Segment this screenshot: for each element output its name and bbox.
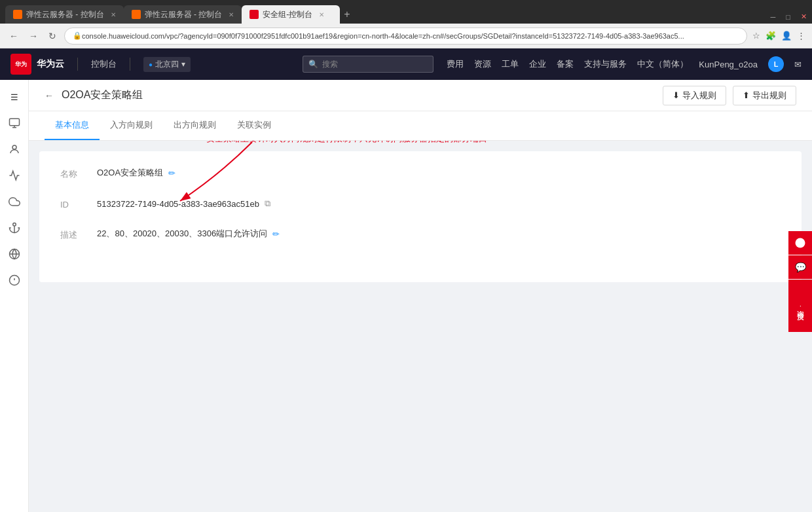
huawei-logo: 华为 (10, 54, 31, 75)
logo-area: 华为 华为云 (10, 54, 64, 75)
nav-separator (77, 58, 78, 71)
support-nav[interactable]: 支持与服务 (584, 58, 627, 70)
export-label: 导出规则 (752, 90, 786, 101)
back-nav-button[interactable]: ← (7, 28, 21, 44)
name-edit-icon[interactable]: ✏ (168, 168, 175, 178)
id-label: ID (60, 200, 86, 210)
url-text: console.huaweicloud.com/vpc/?agencyId=09… (82, 32, 684, 40)
export-rules-button[interactable]: ⬆ 导出规则 (733, 86, 796, 105)
content-area: ← O2OA安全策略组 ⬇ 导入规则 ⬆ 导出规则 基本信息 (29, 80, 812, 512)
close-button[interactable]: ✕ (801, 12, 807, 21)
enterprise-nav[interactable]: 企业 (529, 58, 546, 70)
main-layout: ☰ (0, 80, 812, 512)
page-title: O2OA安全策略组 (62, 88, 143, 102)
svg-text:?: ? (798, 239, 802, 247)
id-value: 51323722-7149-4d05-a383-3ae963ac51eb (97, 199, 259, 209)
sidebar-icon-anchor[interactable] (3, 216, 26, 240)
svg-rect-0 (9, 119, 19, 126)
name-label: 名称 (60, 168, 86, 180)
info-row-id: ID 51323722-7149-4d05-a383-3ae963ac51eb … (60, 198, 781, 210)
export-icon: ⬆ (743, 90, 750, 100)
window-controls: ─ □ ✕ (771, 12, 807, 21)
page-header-right: ⬇ 导入规则 ⬆ 导出规则 (663, 86, 796, 105)
tab-basic-label: 基本信息 (55, 120, 89, 130)
app: 华为 华为云 控制台 ● 北京四 ▾ 🔍 搜索 费用 资源 工单 企业 备案 支… (0, 48, 812, 512)
bookmark-icon[interactable]: ☆ (752, 31, 760, 41)
brand-name: 华为云 (37, 58, 64, 70)
menu-icon[interactable]: ⋮ (797, 31, 805, 41)
url-bar[interactable]: 🔒 console.huaweicloud.com/vpc/?agencyId=… (64, 27, 747, 45)
float-action-area: ? 💬 咨询·反馈 (788, 231, 812, 332)
desc-edit-icon[interactable]: ✏ (272, 229, 280, 239)
search-icon: 🔍 (308, 60, 318, 69)
tab-related-instances[interactable]: 关联实例 (227, 111, 282, 140)
tab-2[interactable]: 弹性云服务器 - 控制台 ✕ (124, 5, 242, 24)
maximize-button[interactable]: □ (786, 13, 790, 21)
backup-nav[interactable]: 备案 (557, 58, 574, 70)
tab-3[interactable]: 安全组-控制台 ✕ (242, 5, 340, 24)
region-dropdown-icon: ▾ (181, 60, 185, 69)
tab-1[interactable]: 弹性云服务器 - 控制台 ✕ (5, 5, 124, 24)
sidebar-icon-home[interactable] (3, 111, 26, 135)
sidebar-icon-info[interactable] (3, 268, 26, 292)
tab-basic-info[interactable]: 基本信息 (45, 111, 100, 140)
minimize-button[interactable]: ─ (771, 13, 776, 21)
new-tab-button[interactable]: + (344, 5, 350, 24)
desc-value-area: 22、80、20020、20030、3306端口允许访问 ✏ (97, 228, 280, 240)
ticket-nav[interactable]: 工单 (502, 58, 519, 70)
tab-1-icon (13, 10, 22, 19)
browser-icons: ☆ 🧩 👤 ⋮ (752, 31, 805, 41)
cost-nav[interactable]: 费用 (447, 58, 464, 70)
control-panel-link[interactable]: 控制台 (91, 58, 117, 70)
sidebar-icon-monitor[interactable] (3, 164, 26, 187)
info-card: 安全策略主要针对入方向规则进行限制，只允许访问服务器指定的部分端口 名称 O2O… (39, 151, 802, 282)
id-value-area: 51323722-7149-4d05-a383-3ae963ac51eb ⧉ (97, 198, 270, 209)
region-label: 北京四 (155, 59, 179, 70)
resource-nav[interactable]: 资源 (474, 58, 491, 70)
content-body: 安全策略主要针对入方向规则进行限制，只允许访问服务器指定的部分端口 名称 O2O… (29, 141, 812, 512)
tab-inbound-label: 入方向规则 (110, 120, 153, 130)
annotation-text: 安全策略主要针对入方向规则进行限制，只允许访问服务器指定的部分端口 (206, 141, 487, 145)
tab-outbound-label: 出方向规则 (174, 120, 216, 130)
tab-related-label: 关联实例 (237, 120, 271, 130)
import-rules-button[interactable]: ⬇ 导入规则 (663, 86, 726, 105)
username-nav[interactable]: KunPeng_o2oa (699, 60, 758, 69)
global-search[interactable]: 🔍 搜索 (303, 56, 434, 73)
tab-3-close[interactable]: ✕ (319, 11, 324, 18)
region-selector[interactable]: ● 北京四 ▾ (143, 57, 191, 72)
sidebar-menu-toggle[interactable]: ☰ (3, 85, 26, 109)
import-icon: ⬇ (673, 90, 680, 100)
tab-1-label: 弹性云服务器 - 控制台 (26, 9, 104, 20)
user-avatar[interactable]: L (768, 56, 784, 72)
float-feedback-button[interactable]: 咨询·反馈 (788, 280, 812, 332)
float-button-1[interactable]: ? (788, 231, 812, 255)
sidebar-icon-globe[interactable] (3, 242, 26, 266)
extension-icon[interactable]: 🧩 (766, 31, 776, 41)
nav-separator-2 (130, 58, 130, 71)
sidebar-icon-user[interactable] (3, 137, 26, 161)
tab-2-close[interactable]: ✕ (229, 11, 234, 18)
name-value-area: O2OA安全策略组 ✏ (97, 167, 175, 179)
forward-nav-button[interactable]: → (26, 28, 41, 44)
reload-button[interactable]: ↻ (46, 28, 59, 44)
top-nav-right: 费用 资源 工单 企业 备案 支持与服务 中文（简体） KunPeng_o2oa… (447, 56, 802, 72)
info-row-name: 名称 O2OA安全策略组 ✏ (60, 167, 781, 180)
float-button-2[interactable]: 💬 (788, 255, 812, 279)
page-header-left: ← O2OA安全策略组 (45, 88, 143, 102)
tab-1-close[interactable]: ✕ (111, 11, 116, 18)
tabs-bar: 基本信息 入方向规则 出方向规则 关联实例 (29, 111, 812, 141)
mail-icon[interactable]: ✉ (794, 60, 802, 69)
import-label: 导入规则 (682, 90, 716, 101)
name-value: O2OA安全策略组 (97, 167, 163, 179)
profile-icon[interactable]: 👤 (781, 31, 792, 41)
tab-3-icon (249, 10, 259, 19)
tab-inbound-rules[interactable]: 入方向规则 (100, 111, 163, 140)
svg-point-3 (12, 145, 16, 149)
back-button[interactable]: ← (45, 90, 54, 101)
language-nav[interactable]: 中文（简体） (637, 58, 688, 70)
copy-icon[interactable]: ⧉ (265, 198, 270, 209)
browser-chrome: 弹性云服务器 - 控制台 ✕ 弹性云服务器 - 控制台 ✕ 安全组-控制台 ✕ … (0, 0, 812, 24)
desc-label: 描述 (60, 229, 86, 241)
tab-outbound-rules[interactable]: 出方向规则 (163, 111, 227, 140)
sidebar-icon-cloud[interactable] (3, 190, 26, 213)
